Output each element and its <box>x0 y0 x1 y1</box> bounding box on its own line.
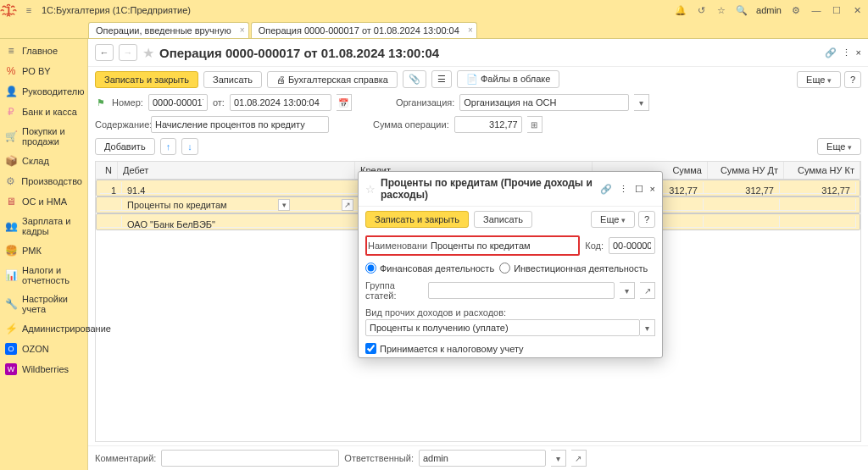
group-input[interactable] <box>428 282 615 299</box>
sidebar-item-settings[interactable]: 🔧Настройки учета <box>0 290 87 318</box>
tab-operations-list[interactable]: Операции, введенные вручную× <box>88 22 249 38</box>
forward-button[interactable]: → <box>119 44 137 61</box>
sidebar-item-poby[interactable]: %PO BY <box>0 61 87 81</box>
tab-close-icon[interactable]: × <box>240 25 245 35</box>
tab-operation-detail[interactable]: Операция 0000-000017 от 01.08.2024 13:00… <box>251 22 477 38</box>
report-button[interactable]: 🖨 Бухгалтерская справка <box>267 71 398 88</box>
dialog-help-button[interactable]: ? <box>638 211 655 228</box>
calendar-icon[interactable]: 📅 <box>337 94 352 111</box>
sidebar-item-main[interactable]: ≡Главное <box>0 41 87 61</box>
close-icon[interactable]: ✕ <box>851 4 863 16</box>
open-icon[interactable]: ↗ <box>571 450 587 467</box>
settings-icon[interactable]: ⚙ <box>790 4 802 16</box>
tab-close-icon[interactable]: × <box>468 25 473 35</box>
maximize-icon[interactable]: ☐ <box>831 4 843 16</box>
window-menu-icon[interactable]: ⋮ <box>619 184 628 195</box>
ozon-icon: O <box>5 343 17 355</box>
menu-icon[interactable]: ≡ <box>23 4 35 16</box>
star-icon[interactable]: ☆ <box>715 4 727 16</box>
flag-icon[interactable]: ⚑ <box>95 97 107 108</box>
favorite-star-icon[interactable]: ☆ <box>365 183 376 196</box>
list-button[interactable]: ☰ <box>431 70 452 88</box>
search-icon[interactable]: 🔍 <box>736 4 748 16</box>
sidebar-item-rmk[interactable]: 🍔РМК <box>0 241 87 261</box>
cart-icon: 🛒 <box>5 130 17 142</box>
save-close-button[interactable]: Записать и закрыть <box>95 71 198 88</box>
dialog-close-icon[interactable]: × <box>650 184 655 195</box>
type-select[interactable] <box>365 319 640 336</box>
move-up-button[interactable]: ↑ <box>160 138 177 155</box>
home-icon: ≡ <box>5 45 17 57</box>
tax-checkbox[interactable]: Принимается к налоговому учету <box>365 343 524 354</box>
comment-input[interactable] <box>161 450 339 467</box>
resp-input[interactable] <box>419 450 546 467</box>
sidebar-item-assets[interactable]: 🖥ОС и НМА <box>0 191 87 212</box>
sidebar-item-taxes[interactable]: 📊Налоги и отчетность <box>0 261 87 290</box>
sum-input[interactable] <box>454 116 522 133</box>
back-button[interactable]: ← <box>95 44 114 61</box>
dropdown-icon[interactable]: ▾ <box>620 282 635 299</box>
col-n[interactable]: N <box>96 162 118 179</box>
help-button[interactable]: ? <box>844 71 861 88</box>
save-button[interactable]: Записать <box>203 71 262 88</box>
move-down-button[interactable]: ↓ <box>181 138 198 155</box>
dialog-more-button[interactable]: Еще <box>591 211 635 228</box>
table-more-button[interactable]: Еще <box>817 138 861 155</box>
tabs-bar: Операции, введенные вручную× Операция 00… <box>0 20 868 39</box>
radio-investment[interactable]: Инвестиционная деятельность <box>499 263 648 274</box>
col-debit[interactable]: Дебет <box>118 162 355 179</box>
dropdown-icon[interactable]: ▾ <box>278 199 290 211</box>
more-button[interactable]: Еще <box>797 71 841 88</box>
dialog-title: Проценты по кредитам (Прочие доходы и ра… <box>381 177 595 201</box>
sidebar-item-sales[interactable]: 🛒Покупки и продажи <box>0 122 87 151</box>
org-label: Организация: <box>396 97 454 108</box>
sidebar-item-production[interactable]: ⚙Производство <box>0 171 87 191</box>
window-menu-icon[interactable]: ⋮ <box>842 47 851 58</box>
add-row-button[interactable]: Добавить <box>95 138 155 155</box>
sidebar-item-ozon[interactable]: OOZON <box>0 339 87 359</box>
user-label[interactable]: admin <box>756 5 782 15</box>
dropdown-icon[interactable]: ▾ <box>640 319 655 336</box>
type-label: Вид прочих доходов и расходов: <box>365 307 655 318</box>
calc-icon[interactable]: ⊞ <box>527 116 542 133</box>
link-icon[interactable]: 🔗 <box>600 184 612 195</box>
sidebar-item-manager[interactable]: 👤Руководителю <box>0 81 87 102</box>
open-icon[interactable]: ↗ <box>342 199 353 211</box>
page-close-icon[interactable]: × <box>856 47 861 58</box>
minimize-icon[interactable]: — <box>810 4 822 16</box>
monitor-icon: 🖥 <box>5 196 17 207</box>
attach-button[interactable]: 📎 <box>403 70 426 88</box>
col-nuk[interactable]: Сумма НУ Кт <box>784 162 860 179</box>
sidebar-item-wildberries[interactable]: WWildberries <box>0 359 87 379</box>
col-nud[interactable]: Сумма НУ Дт <box>708 162 784 179</box>
number-input[interactable] <box>148 94 208 111</box>
history-icon[interactable]: ↺ <box>695 4 707 16</box>
code-input[interactable] <box>609 237 655 254</box>
resp-label: Ответственный: <box>344 453 414 463</box>
dialog-maximize-icon[interactable]: ☐ <box>635 184 643 195</box>
favorite-star-icon[interactable]: ★ <box>142 45 154 61</box>
sidebar-item-salary[interactable]: 👥Зарплата и кадры <box>0 212 87 241</box>
dropdown-icon[interactable]: ▾ <box>634 94 649 111</box>
name-input[interactable] <box>427 238 577 253</box>
sidebar-item-bank[interactable]: ₽Банк и касса <box>0 102 87 122</box>
org-input[interactable] <box>459 94 629 111</box>
dialog-save-close-button[interactable]: Записать и закрыть <box>365 211 469 228</box>
people-icon: 👥 <box>5 220 17 232</box>
sidebar-item-admin[interactable]: ⚡Администрирование <box>0 318 87 339</box>
name-label: Наименование: <box>368 241 427 251</box>
titlebar: 1҈ ≡ 1С:Бухгалтерия (1С:Предприятие) 🔔 ↺… <box>0 0 868 20</box>
dialog-other-income: ☆ Проценты по кредитам (Прочие доходы и … <box>358 171 663 358</box>
dropdown-icon[interactable]: ▾ <box>551 450 566 467</box>
number-label: Номер: <box>112 97 143 108</box>
radio-financial[interactable]: Финансовая деятельность <box>365 263 494 274</box>
cloud-files-button[interactable]: 📄 Файлы в облаке <box>457 70 559 88</box>
content-label: Содержание: <box>95 119 146 130</box>
link-icon[interactable]: 🔗 <box>825 47 837 58</box>
content-input[interactable] <box>151 116 329 133</box>
sidebar-item-warehouse[interactable]: 📦Склад <box>0 151 87 171</box>
bell-icon[interactable]: 🔔 <box>675 4 687 16</box>
date-input[interactable] <box>230 94 331 111</box>
dialog-save-button[interactable]: Записать <box>474 211 532 228</box>
open-icon[interactable]: ↗ <box>640 282 655 299</box>
